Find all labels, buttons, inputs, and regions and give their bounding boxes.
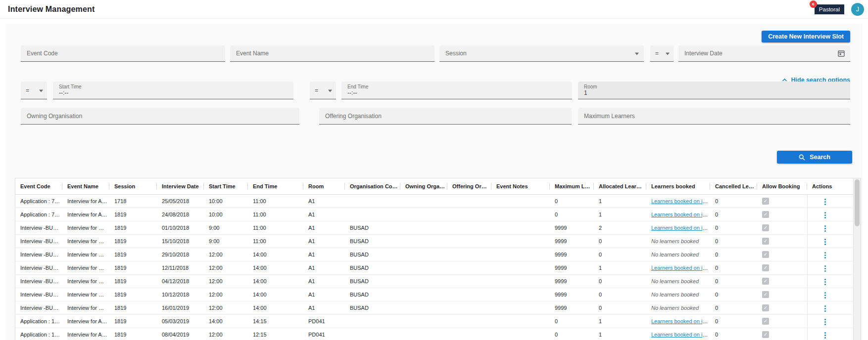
- interview-date-input[interactable]: Interview Date: [678, 45, 850, 62]
- column-header-maximum-learn[interactable]: Maximum Learn...: [550, 178, 594, 194]
- cell-session: 1819: [109, 288, 157, 301]
- end-time-operator-select[interactable]: =: [310, 82, 336, 99]
- cell-event-code: Interview -BUS A...: [15, 248, 62, 261]
- results-table: Event CodeEvent NameSessionInterview Dat…: [15, 178, 854, 340]
- row-actions-button[interactable]: [821, 330, 829, 340]
- offering-organisation-input[interactable]: Offering Organisation: [319, 108, 572, 125]
- row-actions-button[interactable]: [821, 303, 829, 314]
- column-header-allocated-learners[interactable]: Allocated Learners: [594, 178, 646, 194]
- cell-organisation-code: BUSAD: [345, 288, 400, 301]
- column-header-offering-organis[interactable]: Offering Organis...: [447, 178, 491, 194]
- cell-allocated-learners: 2: [594, 221, 646, 234]
- start-time-input[interactable]: Start Time --:--: [53, 82, 293, 99]
- page-title: Interview Management: [8, 5, 95, 14]
- cell-actions: [807, 314, 854, 328]
- end-time-value: --:--: [347, 89, 357, 96]
- cell-event-code: Application : 777...: [15, 208, 62, 221]
- column-header-cancelled-learners[interactable]: Cancelled Learners: [710, 178, 757, 194]
- interview-date-operator-select[interactable]: =: [650, 45, 674, 62]
- notification-badge: 6: [810, 0, 817, 8]
- allow-booking-checkbox: [762, 198, 769, 205]
- owning-organisation-input[interactable]: Owning Organisation: [21, 108, 299, 125]
- cell-allow-booking: [757, 221, 807, 234]
- column-header-interview-date[interactable]: Interview Date: [157, 178, 204, 194]
- end-time-input[interactable]: End Time --:--: [341, 82, 572, 99]
- cell-owning-organisation: [400, 234, 447, 248]
- table-row: Application : 102...Interview for Appl..…: [15, 314, 854, 328]
- cell-event-name: Interview for Appl...: [62, 208, 109, 221]
- row-actions-button[interactable]: [821, 277, 829, 287]
- no-learners-text: No learners booked: [651, 292, 699, 298]
- cell-offering-organisation: [447, 301, 491, 314]
- start-time-operator-select[interactable]: =: [21, 82, 47, 99]
- learners-booked-link[interactable]: Learners booked on inter...: [651, 265, 710, 271]
- row-actions-button[interactable]: [821, 223, 829, 234]
- cell-room: PD041: [303, 314, 345, 328]
- column-header-end-time[interactable]: End Time: [248, 178, 303, 194]
- column-header-allow-booking[interactable]: Allow Booking: [757, 178, 807, 194]
- cell-room: A1: [303, 274, 345, 288]
- column-header-event-code[interactable]: Event Code: [15, 178, 62, 194]
- chevron-down-icon: [635, 53, 639, 55]
- cell-end-time: 11:00: [248, 208, 303, 221]
- table-scrollbar[interactable]: [853, 178, 861, 340]
- role-badge[interactable]: 6 Pastoral: [815, 4, 844, 14]
- column-header-room[interactable]: Room: [303, 178, 345, 194]
- row-actions-button[interactable]: [821, 317, 829, 327]
- room-input[interactable]: Room 1: [578, 82, 850, 99]
- cell-allocated-learners: 1: [594, 208, 646, 221]
- allow-booking-checkbox: [762, 304, 769, 311]
- learners-booked-link[interactable]: Learners booked on inter...: [651, 318, 710, 324]
- search-button[interactable]: Search: [777, 151, 852, 164]
- cell-event-notes: [491, 274, 550, 288]
- learners-booked-link[interactable]: Learners booked on inter...: [651, 225, 710, 231]
- cell-end-time: 14:00: [248, 248, 303, 261]
- cell-maximum-learners: 0: [550, 208, 594, 221]
- cell-allocated-learners: 1: [594, 261, 646, 274]
- event-name-input[interactable]: Event Name: [230, 45, 434, 62]
- learners-booked-link[interactable]: Learners booked on inter...: [651, 198, 710, 204]
- column-header-actions[interactable]: Actions: [807, 178, 854, 194]
- cell-start-time: 10:00: [204, 208, 248, 221]
- avatar[interactable]: J: [851, 3, 864, 16]
- cell-interview-date: 29/10/2018: [157, 248, 204, 261]
- cell-event-code: Interview -BUS A...: [15, 274, 62, 288]
- column-header-organisation-code[interactable]: Organisation Code: [345, 178, 400, 194]
- event-code-input[interactable]: Event Code: [21, 45, 225, 62]
- cell-room: A1: [303, 221, 345, 234]
- cell-learners-booked: Learners booked on inter...: [646, 208, 710, 221]
- learners-booked-link[interactable]: Learners booked on inter...: [651, 212, 710, 217]
- column-header-event-notes[interactable]: Event Notes: [491, 178, 550, 194]
- table-scrollbar-thumb[interactable]: [855, 179, 860, 226]
- table-row: Interview -BUS A...Interview for Busi...…: [15, 248, 854, 261]
- column-header-event-name[interactable]: Event Name: [62, 178, 109, 194]
- cell-organisation-code: BUSAD: [345, 301, 400, 314]
- calendar-icon[interactable]: [837, 49, 845, 57]
- cell-allow-booking: [757, 208, 807, 221]
- row-actions-button[interactable]: [821, 250, 829, 260]
- row-actions-button[interactable]: [821, 290, 829, 300]
- create-new-interview-slot-button[interactable]: Create New Interview Slot: [762, 31, 850, 42]
- cell-owning-organisation: [400, 314, 447, 328]
- maximum-learners-placeholder: Maximum Learners: [584, 113, 635, 120]
- learners-booked-link[interactable]: Learners booked on inter...: [651, 332, 710, 338]
- row-actions-button[interactable]: [821, 263, 829, 274]
- column-header-learners-booked[interactable]: Learners booked: [646, 178, 710, 194]
- cell-interview-date: 10/12/2018: [157, 288, 204, 301]
- cell-offering-organisation: [447, 261, 491, 274]
- row-actions-button[interactable]: [821, 210, 829, 220]
- cell-event-name: Interview for Busi...: [62, 274, 109, 288]
- cell-event-name: Interview for Appl...: [62, 328, 109, 340]
- row-actions-button[interactable]: [821, 197, 829, 207]
- cell-event-name: Interview for Busi...: [62, 261, 109, 274]
- cell-start-time: 12:00: [204, 328, 248, 340]
- session-select[interactable]: Session: [439, 45, 644, 62]
- column-header-start-time[interactable]: Start Time: [204, 178, 248, 194]
- column-header-owning-organisa[interactable]: Owning Organisa...: [400, 178, 447, 194]
- cell-actions: [807, 194, 854, 208]
- row-actions-button[interactable]: [821, 237, 829, 247]
- no-learners-text: No learners booked: [651, 238, 699, 244]
- maximum-learners-input[interactable]: Maximum Learners: [578, 108, 850, 125]
- column-header-session[interactable]: Session: [109, 178, 157, 194]
- chevron-down-icon: [328, 89, 332, 92]
